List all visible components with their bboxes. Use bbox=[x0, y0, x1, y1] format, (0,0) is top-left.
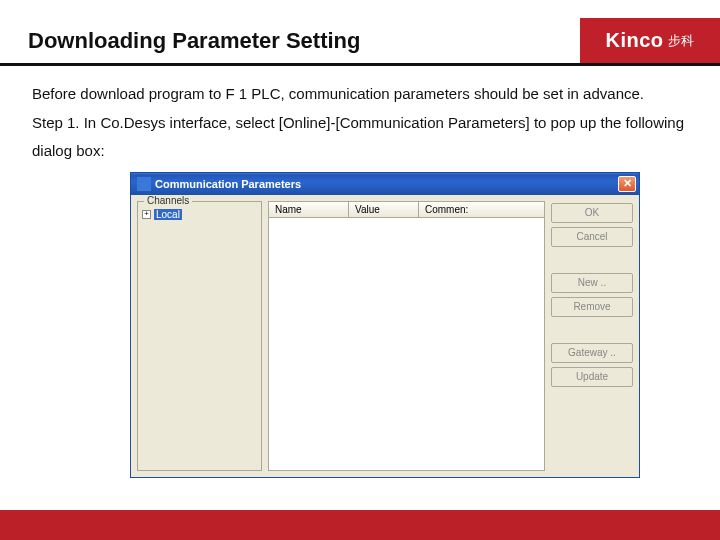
cancel-button[interactable]: Cancel bbox=[551, 227, 633, 247]
channels-tree[interactable]: + Local bbox=[142, 208, 257, 221]
intro-paragraph-1: Before download program to F 1 PLC, comm… bbox=[32, 80, 688, 109]
dialog-titlebar[interactable]: Communication Parameters ✕ bbox=[131, 173, 639, 195]
brand-logo: Kinco步科 bbox=[580, 18, 720, 66]
new-button[interactable]: New .. bbox=[551, 273, 633, 293]
tree-expand-icon[interactable]: + bbox=[142, 210, 151, 219]
tree-root-label[interactable]: Local bbox=[154, 209, 182, 220]
dialog-title: Communication Parameters bbox=[155, 178, 618, 190]
page-title: Downloading Parameter Setting bbox=[28, 28, 361, 54]
remove-button[interactable]: Remove bbox=[551, 297, 633, 317]
channels-label: Channels bbox=[144, 195, 192, 206]
comm-params-dialog: Communication Parameters ✕ Channels + Lo… bbox=[130, 172, 640, 478]
col-header-name[interactable]: Name bbox=[269, 202, 349, 217]
col-header-value[interactable]: Value bbox=[349, 202, 419, 217]
update-button[interactable]: Update bbox=[551, 367, 633, 387]
footer-bar bbox=[0, 510, 720, 540]
close-icon[interactable]: ✕ bbox=[618, 176, 636, 192]
col-header-comment[interactable]: Commen: bbox=[419, 202, 544, 217]
intro-paragraph-2: Step 1. In Co.Desys interface, select [O… bbox=[32, 109, 688, 166]
channels-group: Channels + Local bbox=[137, 201, 262, 471]
params-table: Name Value Commen: bbox=[268, 201, 545, 471]
tree-root-row[interactable]: + Local bbox=[142, 208, 257, 221]
gateway-button[interactable]: Gateway .. bbox=[551, 343, 633, 363]
dialog-icon bbox=[137, 177, 151, 191]
ok-button[interactable]: OK bbox=[551, 203, 633, 223]
